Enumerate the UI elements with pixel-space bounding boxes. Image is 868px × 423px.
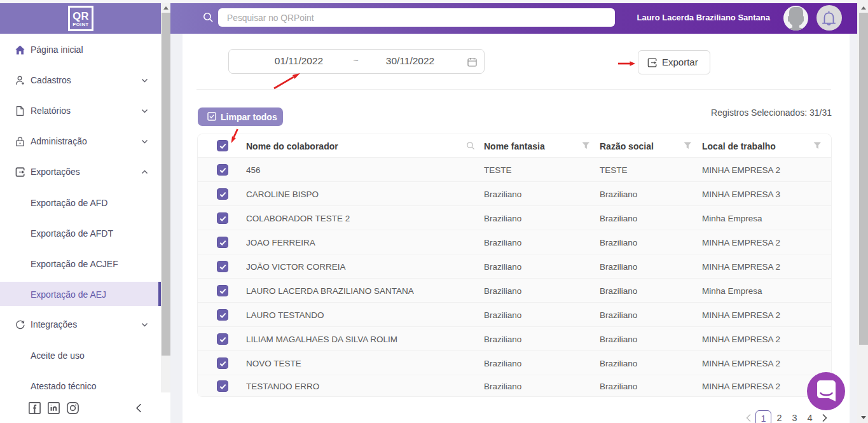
svg-text:POINT: POINT xyxy=(72,22,88,27)
svg-text:QR: QR xyxy=(72,10,89,22)
